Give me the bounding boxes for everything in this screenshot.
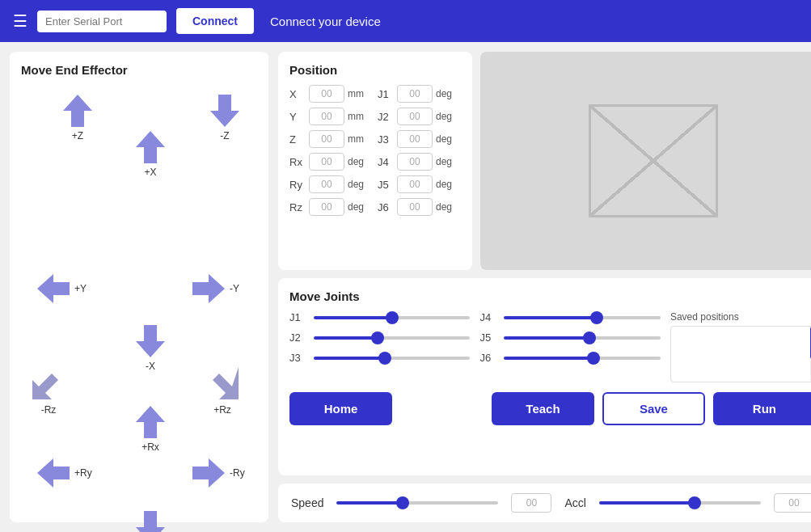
- pos-unit-rx: deg: [348, 156, 364, 167]
- saved-positions-area: Saved positions: [670, 311, 811, 382]
- svg-marker-1: [210, 95, 239, 127]
- joint-row-j5: J5: [479, 331, 660, 344]
- accl-label: Accl: [564, 496, 585, 509]
- minus-y-button[interactable]: -Y: [191, 271, 239, 306]
- pos-input-j6[interactable]: [397, 198, 433, 216]
- plus-rz-button[interactable]: +Rz: [203, 364, 242, 416]
- pos-input-z[interactable]: [309, 130, 344, 148]
- serial-port-input[interactable]: [37, 11, 167, 32]
- joints-panel: Move Joints J1 J2 J3: [278, 278, 811, 475]
- minus-rx-button[interactable]: -Rx: [133, 509, 168, 532]
- plus-z-button[interactable]: +Z: [60, 93, 95, 141]
- joint-label-j5: J5: [479, 331, 497, 344]
- joint-slider-j5[interactable]: [504, 336, 660, 340]
- pos-input-j3[interactable]: [397, 130, 433, 148]
- plus-rx-label: +Rx: [142, 441, 159, 453]
- header: ☰ Connect Connect your device: [0, 0, 811, 42]
- pos-input-j5[interactable]: [397, 175, 433, 193]
- save-button[interactable]: Save: [602, 392, 705, 425]
- speed-slider[interactable]: [336, 501, 498, 505]
- preview-panel: [480, 52, 811, 270]
- plus-y-label: +Y: [74, 283, 87, 294]
- svg-marker-7: [213, 367, 239, 399]
- pos-row-y: Y mm: [289, 108, 373, 125]
- pos-unit-j4: deg: [436, 156, 452, 167]
- accl-value-input[interactable]: [774, 493, 811, 513]
- run-button[interactable]: Run: [713, 392, 811, 425]
- pos-row-j5: J5 deg: [378, 175, 461, 193]
- right-panel: Position X mm J1 deg Y: [278, 52, 811, 522]
- joint-row-j6: J6: [479, 352, 660, 364]
- minus-rz-button[interactable]: -Rz: [29, 364, 68, 416]
- minus-ry-label: -Ry: [230, 467, 245, 479]
- main-layout: Move End Effector +Z -Z +X +Y: [0, 42, 811, 532]
- pos-input-j4[interactable]: [397, 153, 433, 171]
- minus-z-button[interactable]: -Z: [207, 93, 243, 141]
- arrow-area: +Z -Z +X +Y -Y: [21, 85, 247, 497]
- speed-value-input[interactable]: [511, 493, 551, 513]
- pos-unit-j2: deg: [436, 111, 452, 122]
- joint-label-j2: J2: [289, 331, 307, 344]
- minus-ry-button[interactable]: -Ry: [191, 455, 245, 491]
- pos-unit-j5: deg: [436, 179, 452, 190]
- minus-y-label: -Y: [230, 283, 239, 294]
- plus-ry-button[interactable]: +Ry: [36, 455, 92, 491]
- joint-slider-j3[interactable]: [314, 357, 470, 360]
- pos-label-j5: J5: [378, 179, 394, 191]
- pos-label-z: Z: [289, 133, 306, 146]
- home-button[interactable]: Home: [289, 392, 392, 425]
- plus-ry-label: +Ry: [74, 467, 92, 479]
- pos-input-y[interactable]: [309, 108, 344, 125]
- connect-button[interactable]: Connect: [176, 8, 254, 34]
- pos-unit-z: mm: [348, 133, 364, 145]
- svg-marker-4: [192, 274, 225, 303]
- top-row: Position X mm J1 deg Y: [278, 52, 811, 270]
- pos-row-rz: Rz deg: [289, 198, 373, 216]
- pos-input-j2[interactable]: [397, 108, 433, 125]
- pos-unit-j1: deg: [436, 88, 452, 99]
- pos-label-y: Y: [289, 111, 306, 123]
- joint-slider-j4[interactable]: [504, 316, 660, 319]
- pos-input-ry[interactable]: [309, 175, 344, 193]
- minus-x-button[interactable]: -X: [133, 323, 168, 372]
- pos-row-j6: J6 deg: [378, 198, 461, 216]
- svg-marker-11: [136, 511, 165, 532]
- pos-input-rx[interactable]: [309, 153, 344, 171]
- pos-input-j1[interactable]: [397, 85, 433, 103]
- joints-right: J4 J5 J6: [479, 311, 660, 382]
- pos-label-rx: Rx: [289, 156, 306, 168]
- joint-slider-j2[interactable]: [314, 336, 470, 340]
- pos-unit-x: mm: [348, 88, 364, 99]
- minus-rz-label: -Rz: [41, 404, 57, 416]
- pos-input-rz[interactable]: [309, 198, 344, 216]
- pos-row-ry: Ry deg: [289, 175, 373, 193]
- pos-row-rx: Rx deg: [289, 153, 373, 171]
- pos-label-j6: J6: [378, 201, 394, 213]
- robot-preview-image: [589, 104, 718, 217]
- joint-slider-j1[interactable]: [314, 316, 470, 319]
- plus-rx-button[interactable]: +Rx: [133, 404, 168, 453]
- plus-x-button[interactable]: +X: [133, 129, 168, 178]
- plus-x-label: +X: [144, 167, 156, 178]
- joints-panel-title: Move Joints: [289, 289, 811, 303]
- svg-marker-6: [32, 374, 58, 399]
- plus-rz-label: +Rz: [213, 404, 231, 416]
- joint-slider-j6[interactable]: [504, 357, 660, 360]
- pos-row-j1: J1 deg: [378, 85, 461, 103]
- saved-positions-label: Saved positions: [670, 311, 811, 323]
- accl-slider[interactable]: [599, 501, 761, 505]
- pos-input-x[interactable]: [309, 85, 344, 103]
- pos-label-ry: Ry: [289, 179, 306, 191]
- svg-marker-0: [63, 95, 92, 127]
- saved-positions-list[interactable]: [670, 326, 811, 382]
- svg-marker-2: [136, 131, 165, 163]
- pos-label-j4: J4: [378, 156, 394, 168]
- hamburger-icon[interactable]: ☰: [13, 11, 27, 31]
- teach-button[interactable]: Teach: [492, 392, 594, 425]
- pos-label-rz: Rz: [289, 201, 306, 213]
- svg-marker-8: [136, 406, 165, 438]
- speed-label: Speed: [291, 496, 323, 509]
- pos-row-j4: J4 deg: [378, 153, 461, 171]
- plus-y-button[interactable]: +Y: [36, 271, 87, 306]
- pos-row-j2: J2 deg: [378, 108, 461, 125]
